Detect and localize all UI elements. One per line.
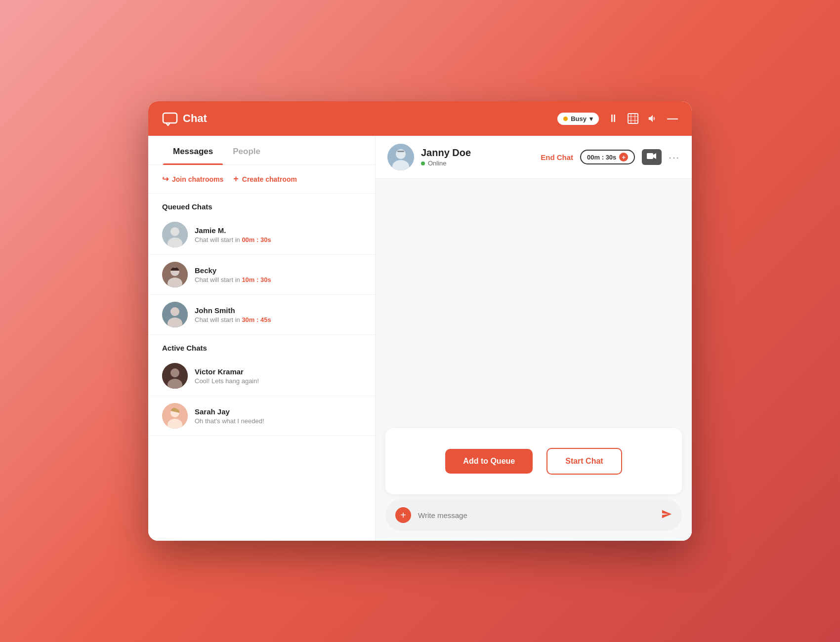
tabs: Messages People xyxy=(148,136,375,165)
timer-value: 00m : 30s xyxy=(587,154,616,161)
chat-name-john: John Smith xyxy=(195,306,361,315)
expand-button[interactable] xyxy=(628,113,638,124)
send-message-button[interactable] xyxy=(661,509,672,522)
create-chatroom-link[interactable]: + Create chatroom xyxy=(233,174,297,184)
svg-rect-20 xyxy=(397,151,404,152)
active-section-title: Active Chats xyxy=(148,335,375,356)
avatar-svg-victor xyxy=(162,363,188,389)
chat-contact-status: Online xyxy=(421,160,534,167)
timer-add-button[interactable]: + xyxy=(619,153,628,161)
chat-meta-victor: Cool! Lets hang again! xyxy=(195,377,361,385)
svg-point-12 xyxy=(170,368,179,377)
meta-prefix-john: Chat will start in xyxy=(195,316,242,323)
volume-button[interactable] xyxy=(647,113,658,124)
svg-point-3 xyxy=(170,227,179,236)
chat-name-becky: Becky xyxy=(195,266,361,275)
avatar-svg-jamie xyxy=(162,222,188,247)
chat-item-john[interactable]: John Smith Chat will start in 30m : 45s xyxy=(148,295,375,335)
chat-time-jamie: 00m : 30s xyxy=(242,236,271,243)
body: Messages People ↪ Join chatrooms + Creat… xyxy=(148,136,692,541)
chat-meta-john: Chat will start in 30m : 45s xyxy=(195,316,361,323)
message-input[interactable] xyxy=(418,511,654,520)
tab-messages[interactable]: Messages xyxy=(163,136,223,164)
chat-header: Janny Doe Online End Chat 00m : 30s + xyxy=(376,136,692,179)
add-attachment-button[interactable]: + xyxy=(395,507,411,523)
status-label: Busy xyxy=(571,115,587,122)
chat-app-icon xyxy=(162,111,178,126)
chat-header-actions: End Chat 00m : 30s + ··· xyxy=(541,149,680,165)
online-indicator xyxy=(421,161,425,165)
meta-prefix-jamie: Chat will start in xyxy=(195,236,242,243)
avatar-svg-janny xyxy=(387,144,414,170)
svg-point-9 xyxy=(170,307,179,316)
minimize-button[interactable]: — xyxy=(667,112,678,125)
chat-info-sarah: Sarah Jay Oh that's what I needed! xyxy=(195,407,361,425)
more-options-button[interactable]: ··· xyxy=(669,152,680,163)
avatar-svg-becky xyxy=(162,262,188,287)
chat-body xyxy=(376,179,692,428)
avatar-janny xyxy=(387,144,414,170)
plus-icon: + xyxy=(233,174,239,184)
chat-item-jamie[interactable]: Jamie M. Chat will start in 00m : 30s xyxy=(148,215,375,255)
chat-item-becky[interactable]: Becky Chat will start in 10m : 30s xyxy=(148,255,375,295)
meta-prefix-becky: Chat will start in xyxy=(195,276,242,283)
sidebar: Messages People ↪ Join chatrooms + Creat… xyxy=(148,136,376,541)
chat-meta-jamie: Chat will start in 00m : 30s xyxy=(195,236,361,243)
header-title: Chat xyxy=(183,112,207,125)
chat-info-jamie: Jamie M. Chat will start in 00m : 30s xyxy=(195,226,361,243)
header: Chat Busy ▾ ⏸ — xyxy=(148,101,692,136)
chevron-down-icon: ▾ xyxy=(589,115,593,122)
svg-rect-0 xyxy=(163,113,177,123)
chat-name-jamie: Jamie M. xyxy=(195,226,361,235)
chat-info-becky: Becky Chat will start in 10m : 30s xyxy=(195,266,361,283)
chat-time-john: 30m : 45s xyxy=(242,316,271,323)
pause-button[interactable]: ⏸ xyxy=(608,112,619,125)
video-call-button[interactable] xyxy=(642,149,662,165)
message-input-area: + xyxy=(385,499,682,531)
start-chat-button[interactable]: Start Chat xyxy=(546,448,622,475)
avatar-john xyxy=(162,302,188,327)
avatar-svg-sarah xyxy=(162,403,188,429)
active-chat-list: Victor Kramar Cool! Lets hang again! xyxy=(148,356,375,436)
add-to-queue-button[interactable]: Add to Queue xyxy=(445,449,533,474)
tab-people[interactable]: People xyxy=(223,136,270,164)
actions-bar: ↪ Join chatrooms + Create chatroom xyxy=(148,165,375,194)
status-text: Online xyxy=(428,160,447,167)
status-dot xyxy=(563,117,568,121)
svg-rect-21 xyxy=(647,153,653,159)
chat-name-sarah: Sarah Jay xyxy=(195,407,361,416)
status-badge[interactable]: Busy ▾ xyxy=(557,113,599,125)
join-label: Join chatrooms xyxy=(172,175,223,183)
chat-contact-name: Janny Doe xyxy=(421,147,534,159)
create-label: Create chatroom xyxy=(242,175,297,183)
join-icon: ↪ xyxy=(162,174,168,184)
chat-info-john: John Smith Chat will start in 30m : 45s xyxy=(195,306,361,323)
chat-info-victor: Victor Kramar Cool! Lets hang again! xyxy=(195,367,361,385)
avatar-svg-john xyxy=(162,302,188,327)
header-left: Chat xyxy=(162,111,207,126)
queued-section-title: Queued Chats xyxy=(148,194,375,215)
chat-meta-sarah: Oh that's what I needed! xyxy=(195,417,361,425)
chat-action-panel: Add to Queue Start Chat xyxy=(385,428,682,494)
avatar-becky xyxy=(162,262,188,287)
avatar-sarah xyxy=(162,403,188,429)
chat-meta-becky: Chat will start in 10m : 30s xyxy=(195,276,361,283)
chat-item-victor[interactable]: Victor Kramar Cool! Lets hang again! xyxy=(148,356,375,396)
join-chatrooms-link[interactable]: ↪ Join chatrooms xyxy=(162,174,223,184)
chat-time-becky: 10m : 30s xyxy=(242,276,271,283)
svg-rect-1 xyxy=(628,114,638,123)
avatar-victor xyxy=(162,363,188,389)
chat-header-info: Janny Doe Online xyxy=(421,147,534,167)
chat-item-sarah[interactable]: Sarah Jay Oh that's what I needed! xyxy=(148,396,375,436)
end-chat-button[interactable]: End Chat xyxy=(541,153,573,161)
app-window: Chat Busy ▾ ⏸ — Messages People xyxy=(148,101,692,541)
header-right: Busy ▾ ⏸ — xyxy=(557,112,678,125)
main-chat-area: Janny Doe Online End Chat 00m : 30s + xyxy=(376,136,692,541)
queued-chat-list: Jamie M. Chat will start in 00m : 30s xyxy=(148,215,375,335)
chat-name-victor: Victor Kramar xyxy=(195,367,361,376)
timer-badge: 00m : 30s + xyxy=(580,150,635,164)
avatar-jamie xyxy=(162,222,188,247)
